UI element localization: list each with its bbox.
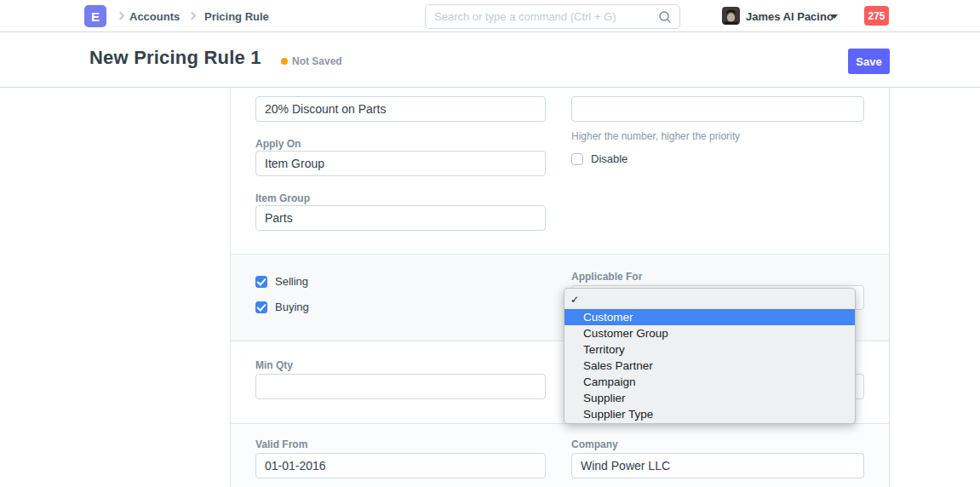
buying-checkbox[interactable]: Buying (255, 301, 546, 313)
company-label: Company (571, 438, 618, 450)
apply-on-label: Apply On (255, 138, 301, 150)
not-saved-dot-icon (281, 58, 288, 65)
menu-option-sales-partner[interactable]: Sales Partner (565, 358, 855, 374)
page-title: New Pricing Rule 1 (89, 47, 261, 69)
checkmark-icon: ✓ (570, 290, 579, 309)
save-button[interactable]: Save (848, 49, 890, 74)
disable-label: Disable (591, 152, 628, 165)
selling-checkbox[interactable]: Selling (255, 275, 546, 288)
global-search (425, 4, 680, 29)
user-avatar[interactable] (722, 7, 740, 25)
menu-option-campaign[interactable]: Campaign (565, 374, 855, 390)
checkbox-checked-icon (255, 276, 267, 288)
checkbox-checked-icon (255, 301, 267, 313)
rule-name-input[interactable] (255, 96, 546, 122)
disable-checkbox[interactable]: Disable (571, 152, 864, 165)
checkbox-unchecked-icon (571, 153, 583, 165)
applicable-for-menu: ✓ Customer Customer Group Territory Sale… (564, 288, 856, 424)
menu-option-supplier-type[interactable]: Supplier Type (565, 406, 855, 422)
buying-label: Buying (275, 301, 309, 313)
item-group-label: Item Group (255, 192, 310, 204)
section-naming: Apply On Item Group Higher the number, h… (231, 88, 889, 254)
valid-from-label: Valid From (255, 438, 307, 450)
top-navbar: E Accounts Pricing Rule James Al Pacino … (0, 0, 980, 32)
status-badge: Not Saved (292, 55, 342, 67)
company-input[interactable] (571, 453, 864, 478)
breadcrumb-pricing-rule[interactable]: Pricing Rule (204, 10, 269, 23)
breadcrumb-chevron-icon (188, 12, 197, 20)
selling-label: Selling (275, 275, 308, 288)
priority-input[interactable] (571, 96, 864, 122)
min-qty-label: Min Qty (255, 359, 293, 371)
page-header: New Pricing Rule 1 Not Saved Save (0, 33, 980, 88)
menu-option-customer[interactable]: Customer (565, 309, 855, 325)
chevron-down-icon (831, 14, 838, 19)
search-input[interactable] (434, 5, 647, 28)
app-logo[interactable]: E (84, 5, 106, 27)
applicable-for-label: Applicable For (571, 271, 642, 283)
menu-option-blank[interactable]: ✓ (565, 290, 855, 309)
breadcrumb-accounts[interactable]: Accounts (129, 10, 180, 23)
priority-help-text: Higher the number, higher the priority (571, 130, 740, 142)
user-menu[interactable]: James Al Pacino (746, 10, 834, 23)
menu-option-customer-group[interactable]: Customer Group (565, 325, 855, 341)
section-validity: Valid From Company (231, 423, 889, 487)
valid-from-input[interactable] (255, 453, 546, 478)
menu-option-territory[interactable]: Territory (565, 341, 855, 358)
notification-count-badge[interactable]: 275 (864, 6, 889, 26)
search-icon (658, 10, 672, 24)
min-qty-input[interactable] (255, 374, 546, 399)
breadcrumb-chevron-icon (117, 12, 125, 20)
item-group-input[interactable] (255, 205, 546, 231)
apply-on-input[interactable] (255, 151, 546, 176)
avatar-photo-icon (722, 7, 740, 25)
menu-option-supplier[interactable]: Supplier (565, 390, 855, 406)
